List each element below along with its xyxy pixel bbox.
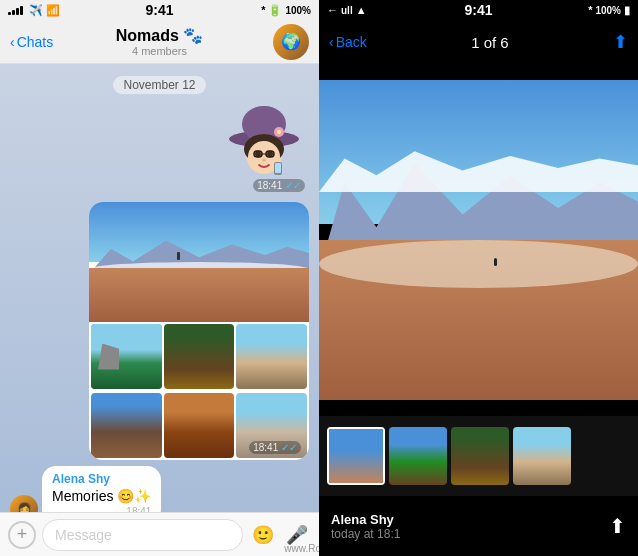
attach-button[interactable]: + <box>8 521 36 549</box>
right-back-button[interactable]: ‹ Back <box>329 34 367 50</box>
chat-subtitle: 4 members <box>116 45 204 57</box>
chat-area[interactable]: November 12 <box>0 64 319 512</box>
svg-rect-14 <box>275 163 281 173</box>
photo-grid-2: 18:41 ✓✓ <box>89 391 309 460</box>
date-divider: November 12 <box>113 76 205 94</box>
sticker-time: 18:41 ✓✓ <box>253 179 305 192</box>
bottom-sender-info: Alena Shy today at 18:1 <box>331 512 400 541</box>
right-nav-bar: ‹ Back 1 of 6 ⬆ <box>319 20 638 64</box>
message-text: Memories 😊✨ <box>52 488 151 504</box>
status-time: 9:41 <box>145 2 173 18</box>
right-chevron-icon: ‹ <box>329 34 334 50</box>
photo-viewer[interactable] <box>319 64 638 416</box>
bottom-send-time: today at 18:1 <box>331 527 400 541</box>
right-arrow-icon: ← <box>327 4 338 16</box>
grid-photo-2[interactable] <box>164 324 235 389</box>
right-back-label: Back <box>336 34 367 50</box>
right-bluetooth: * <box>588 4 592 16</box>
wifi-icon: 📶 <box>46 4 60 17</box>
watermark: www.Romaak.ir <box>284 543 353 554</box>
right-status-right: * 100% ▮ <box>588 4 630 17</box>
right-wifi: ▲ <box>356 4 367 16</box>
main-landscape-view <box>319 80 638 400</box>
message-input[interactable]: Message <box>42 519 243 551</box>
chat-title: Nomads 🐾 <box>116 26 204 45</box>
thumb-2[interactable] <box>389 427 447 485</box>
right-battery-icon: ▮ <box>624 4 630 17</box>
main-photo <box>319 80 638 400</box>
bluetooth-icon: * <box>261 4 265 16</box>
back-button[interactable]: ‹ Chats <box>10 34 53 50</box>
svg-point-10 <box>262 159 266 162</box>
right-panel: ← ull ▲ 9:41 * 100% ▮ ‹ Back 1 of 6 ⬆ <box>319 0 638 556</box>
bottom-info-bar: Alena Shy today at 18:1 ⬆ <box>319 496 638 556</box>
sender-avatar: 👩 <box>10 495 38 512</box>
grid-photo-4[interactable] <box>91 393 162 458</box>
right-status-bar: ← ull ▲ 9:41 * 100% ▮ <box>319 0 638 20</box>
thumb-1[interactable] <box>327 427 385 485</box>
carrier-label: ✈️ <box>29 4 43 17</box>
grid-photo-5[interactable] <box>164 393 235 458</box>
thumbnail-strip <box>319 416 638 496</box>
right-battery: 100% <box>595 5 621 16</box>
share-button[interactable]: ⬆ <box>613 31 628 53</box>
right-status-left: ← ull ▲ <box>327 4 367 16</box>
left-nav-bar: ‹ Chats Nomads 🐾 4 members 🌍 <box>0 20 319 64</box>
bottom-sender-name: Alena Shy <box>331 512 400 527</box>
message-time: 18:41 <box>52 506 151 512</box>
svg-point-12 <box>277 130 281 134</box>
photo-counter: 1 of 6 <box>471 34 509 51</box>
photo-time: 18:41 ✓✓ <box>249 441 301 454</box>
grid-photo-3[interactable] <box>236 324 307 389</box>
landscape-photo <box>89 202 309 322</box>
sticker-message: 18:41 ✓✓ <box>219 104 309 194</box>
message-sender: Alena Shy <box>52 472 151 486</box>
battery-icon: 🔋 <box>268 4 282 17</box>
photo-message[interactable]: 18:41 ✓✓ <box>89 202 309 460</box>
group-avatar[interactable]: 🌍 <box>273 24 309 60</box>
grid-photo-1[interactable] <box>91 324 162 389</box>
back-label: Chats <box>17 34 54 50</box>
nav-center: Nomads 🐾 4 members <box>116 26 204 57</box>
right-time: 9:41 <box>464 2 492 18</box>
chevron-left-icon: ‹ <box>10 34 15 50</box>
thumb-4[interactable] <box>513 427 571 485</box>
grid-photo-6[interactable]: 18:41 ✓✓ <box>236 393 307 458</box>
text-message-bubble: Alena Shy Memories 😊✨ 18:41 <box>42 466 161 512</box>
left-panel: ✈️ 📶 9:41 * 🔋 100% ‹ Chats Nomads 🐾 4 me… <box>0 0 319 556</box>
left-status-bar: ✈️ 📶 9:41 * 🔋 100% <box>0 0 319 20</box>
emoji-button[interactable]: 🙂 <box>249 521 277 549</box>
status-left: ✈️ 📶 <box>8 4 60 17</box>
thumb-3[interactable] <box>451 427 509 485</box>
input-bar: + Message 🙂 🎤 <box>0 512 319 556</box>
photo-message-row: 18:41 ✓✓ <box>10 202 309 460</box>
status-right: * 🔋 100% <box>261 4 311 17</box>
right-carrier: ull <box>341 5 353 16</box>
message-placeholder: Message <box>55 527 112 543</box>
signal-icon <box>8 5 23 15</box>
bottom-share-button[interactable]: ⬆ <box>609 514 626 538</box>
text-message-row: 👩 Alena Shy Memories 😊✨ 18:41 <box>10 466 309 512</box>
photo-grid <box>89 322 309 391</box>
battery-label: 100% <box>285 5 311 16</box>
